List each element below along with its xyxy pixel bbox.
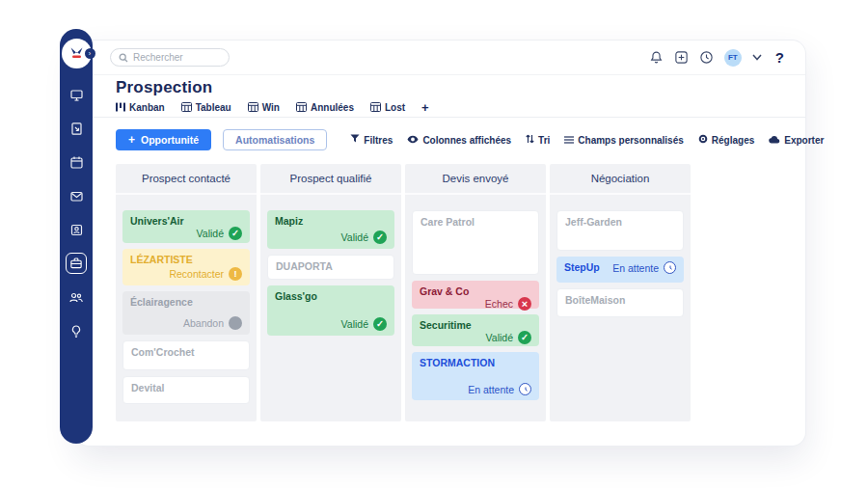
- bell-icon[interactable]: [649, 50, 664, 65]
- sort-button[interactable]: Tri: [526, 134, 550, 146]
- lightbulb-icon: [69, 324, 83, 339]
- tab-annulees[interactable]: Annulées: [296, 102, 354, 114]
- tab-tableau[interactable]: Tableau: [181, 102, 231, 114]
- table-icon: [248, 102, 258, 114]
- card-status: Validé: [341, 231, 368, 243]
- exclamation-circle-icon: !: [229, 267, 242, 281]
- columns-displayed-button[interactable]: Colonnes affichées: [407, 135, 511, 146]
- automations-button[interactable]: Automatisations: [223, 129, 327, 150]
- column-title: Prospect qualifié: [260, 164, 401, 195]
- briefcase-icon: [69, 257, 83, 270]
- sidebar-item-ideas[interactable]: [66, 320, 87, 341]
- sidebar-item-contacts[interactable]: [66, 219, 87, 240]
- filters-button[interactable]: Filtres: [350, 134, 393, 146]
- kanban-card[interactable]: Securitime Validé ✓: [412, 314, 539, 346]
- kanban-card[interactable]: Jeff-Garden: [556, 210, 684, 251]
- eye-icon: [407, 135, 419, 146]
- tool-label: Colonnes affichées: [422, 135, 511, 146]
- settings-button[interactable]: Réglages: [698, 134, 754, 146]
- sidebar-item-team[interactable]: [66, 286, 87, 308]
- export-button[interactable]: Exporter: [769, 135, 824, 146]
- card-status: Abandon: [183, 317, 224, 329]
- add-tab-button[interactable]: +: [421, 100, 429, 115]
- clock-circle-icon: [664, 261, 676, 274]
- tool-label: Champs personnalisés: [578, 135, 683, 146]
- table-icon: [370, 102, 381, 114]
- sidebar: ›: [60, 29, 93, 444]
- card-title: Care Patrol: [420, 216, 530, 228]
- chevron-down-icon[interactable]: [752, 54, 762, 61]
- toolbar: + Opportunité Automatisations Filtres Co…: [116, 129, 786, 150]
- kanban-card[interactable]: Devital: [122, 376, 250, 404]
- clock-icon[interactable]: [699, 50, 714, 65]
- check-circle-icon: ✓: [373, 317, 387, 331]
- column-devis-envoye: Devis envoyé Care Patrol Grav & Co Echec…: [405, 164, 546, 421]
- contact-card-icon: [69, 223, 84, 237]
- tab-win[interactable]: Win: [248, 102, 280, 114]
- column-title: Prospect contacté: [116, 164, 257, 195]
- custom-fields-button[interactable]: Champs personnalisés: [564, 135, 683, 146]
- kanban-card[interactable]: StepUp En attente: [556, 257, 684, 283]
- kanban-card[interactable]: Éclairagence Abandon: [122, 291, 250, 335]
- table-icon: [296, 102, 307, 114]
- sidebar-item-monitor[interactable]: [66, 84, 87, 105]
- tool-label: Filtres: [364, 135, 393, 146]
- document-cursor-icon: [69, 122, 84, 136]
- kanban-card[interactable]: DUAPORTA: [267, 255, 394, 280]
- kanban-card[interactable]: Com'Crochet: [122, 340, 250, 370]
- kanban-card[interactable]: Univers'Air Validé ✓: [122, 210, 250, 243]
- card-status: En attente: [468, 384, 514, 395]
- sidebar-item-documents[interactable]: [66, 118, 87, 139]
- card-title: Mapiz: [275, 215, 387, 227]
- help-button[interactable]: ?: [775, 49, 784, 66]
- view-tabs: Kanban Tableau Win Annulées Lost: [116, 100, 429, 115]
- check-circle-icon: ✓: [229, 227, 242, 240]
- search-bar[interactable]: [110, 48, 230, 67]
- kanban-icon: [116, 102, 125, 114]
- card-status: Echec: [485, 298, 513, 310]
- app-stage: ›: [0, 0, 868, 488]
- avatar[interactable]: FT: [724, 49, 742, 67]
- kanban-card[interactable]: BoîteMaison: [556, 288, 684, 317]
- tab-lost[interactable]: Lost: [370, 102, 405, 114]
- search-input[interactable]: [133, 52, 216, 63]
- gray-circle-icon: [229, 316, 242, 330]
- tab-kanban[interactable]: Kanban: [116, 102, 165, 114]
- kanban-card[interactable]: Glass'go Validé ✓: [267, 285, 394, 336]
- column-title: Devis envoyé: [405, 164, 546, 195]
- main-window: FT ? Prospection Kanban Tableau Win: [75, 41, 805, 446]
- sidebar-item-calendar[interactable]: [66, 151, 87, 173]
- sidebar-item-mail[interactable]: [66, 185, 87, 206]
- plus-square-icon[interactable]: [674, 50, 689, 65]
- card-status: Validé: [197, 228, 224, 239]
- monitor-icon: [69, 88, 84, 102]
- tab-label: Lost: [385, 102, 405, 113]
- kanban-card[interactable]: Mapiz Validé ✓: [267, 210, 394, 249]
- sort-icon: [526, 134, 534, 146]
- app-logo[interactable]: ›: [62, 39, 92, 68]
- kanban-card[interactable]: Care Patrol: [412, 210, 539, 275]
- mail-icon: [69, 189, 84, 203]
- topbar: FT ?: [75, 41, 805, 75]
- table-icon: [181, 102, 192, 114]
- column-title: Négociation: [550, 164, 691, 195]
- card-status: En attente: [612, 262, 659, 274]
- tab-label: Tableau: [196, 102, 231, 113]
- card-title: Grav & Co: [420, 285, 531, 297]
- sidebar-item-opportunities[interactable]: [66, 253, 87, 274]
- column-prospect-contacte: Prospect contacté Univers'Air Validé ✓ L…: [116, 164, 257, 421]
- card-title: Glass'go: [275, 290, 387, 302]
- card-title: Devital: [131, 382, 241, 393]
- kanban-card[interactable]: STORMACTION En attente: [412, 352, 539, 400]
- card-title: Univers'Air: [130, 215, 242, 227]
- x-circle-icon: ×: [518, 297, 531, 311]
- kanban-card[interactable]: LÉZARTISTE Recontacter !: [122, 249, 250, 285]
- sidebar-expand-chevron-icon[interactable]: ›: [85, 48, 95, 59]
- cloud-icon: [769, 135, 780, 146]
- kanban-card[interactable]: Grav & Co Echec ×: [412, 281, 539, 309]
- check-circle-icon: ✓: [373, 230, 387, 244]
- card-title: Jeff-Garden: [565, 216, 675, 228]
- new-opportunity-button[interactable]: + Opportunité: [116, 129, 211, 150]
- tool-label: Réglages: [712, 135, 754, 146]
- card-status: Validé: [486, 332, 513, 343]
